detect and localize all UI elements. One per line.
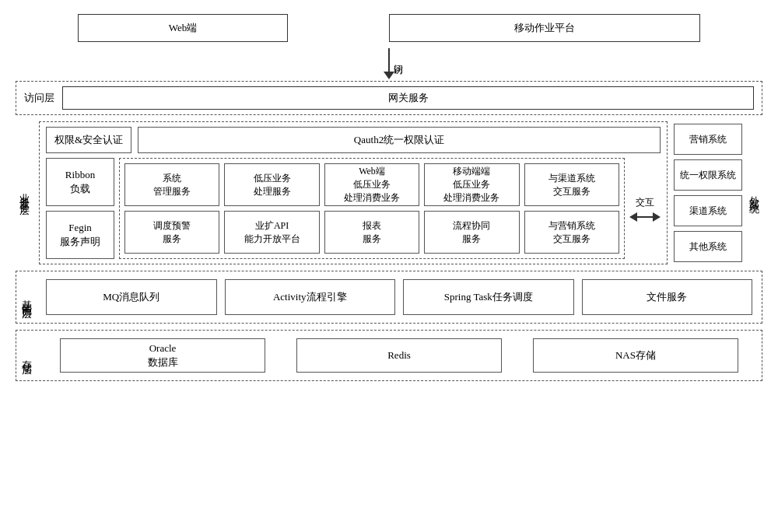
- storage-label: 存储层: [16, 331, 37, 380]
- mobile-platform-label: 移动作业平台: [514, 21, 575, 35]
- interact-label: 交互: [636, 196, 654, 209]
- infra-activity: Activity流程引擎: [225, 279, 396, 315]
- ext-marketing: 营销系统: [674, 124, 742, 155]
- access-arrow-label: 访问: [393, 48, 404, 59]
- ribbon-label: Ribbon负载: [65, 168, 95, 196]
- storage-oracle: Oracle数据库: [60, 338, 265, 373]
- web-box: Web端: [78, 14, 288, 42]
- ext-channel: 渠道系统: [674, 195, 742, 226]
- svc-workflow: 流程协同服务: [424, 211, 519, 254]
- svc-lowvoltage-biz: 低压业务处理服务: [224, 163, 319, 206]
- storage-nas: NAS存储: [533, 338, 738, 373]
- svc-system-mgmt: 系统管理服务: [124, 163, 219, 206]
- infra-springtask: Spring Task任务调度: [403, 279, 574, 315]
- auth-main-box: Qauth2统一权限认证: [138, 127, 661, 153]
- ext-boxes: 营销系统 统一权限系统 渠道系统 其他系统: [674, 124, 742, 262]
- storage-layer: 存储层 Oracle数据库 Redis NAS存储: [16, 330, 762, 381]
- infra-mq: MQ消息队列: [46, 279, 217, 315]
- storage-redis: Redis: [296, 338, 502, 373]
- svc-api-platform: 业扩API能力开放平台: [224, 211, 319, 254]
- external-systems-wrapper: 营销系统 统一权限系统 渠道系统 其他系统 外部系统: [674, 121, 762, 264]
- auth-label: 权限&安全认证: [54, 133, 123, 147]
- fegin-label: Fegin服务声明: [60, 221, 100, 249]
- ext-unified-auth: 统一权限系统: [674, 159, 742, 191]
- infra-fileservice: 文件服务: [582, 279, 753, 315]
- service-grid: 系统管理服务 低压业务处理服务 Web端低压业务处理消费业务 移动端端低压业务处…: [119, 158, 625, 259]
- svc-report: 报表服务: [324, 211, 419, 254]
- ext-other: 其他系统: [674, 231, 742, 262]
- web-label: Web端: [169, 21, 198, 35]
- svc-mobile-lowvoltage: 移动端端低压业务处理消费业务: [424, 163, 519, 206]
- fegin-box: Fegin服务声明: [46, 211, 114, 259]
- infra-label: 基础能力层: [16, 271, 37, 323]
- gateway-label: 网关服务: [388, 91, 429, 105]
- svc-marketing-interact: 与营销系统交互服务: [524, 211, 619, 254]
- ribbon-box: Ribbon负载: [46, 158, 114, 206]
- svc-dispatch-warning: 调度预警服务: [124, 211, 219, 254]
- external-label: 外部系统: [745, 188, 762, 198]
- svc-web-lowvoltage: Web端低压业务处理消费业务: [324, 163, 419, 206]
- biz-layer-label: 业务服务层: [16, 121, 33, 264]
- access-layer-label: 访问层: [24, 91, 54, 105]
- svc-channel-interact: 与渠道系统交互服务: [524, 163, 619, 206]
- auth-main-label: Qauth2统一权限认证: [354, 133, 444, 147]
- biz-service-area: 权限&安全认证 Qauth2统一权限认证 Ribbon负载 Fegin服务声明: [39, 121, 668, 264]
- infra-layer: 基础能力层 MQ消息队列 Activity流程引擎 Spring Task任务调…: [16, 271, 762, 324]
- mobile-platform-box: 移动作业平台: [389, 14, 700, 42]
- gateway-box: 网关服务: [62, 86, 754, 110]
- auth-label-box: 权限&安全认证: [46, 127, 131, 153]
- access-layer: 访问层 网关服务: [16, 81, 762, 115]
